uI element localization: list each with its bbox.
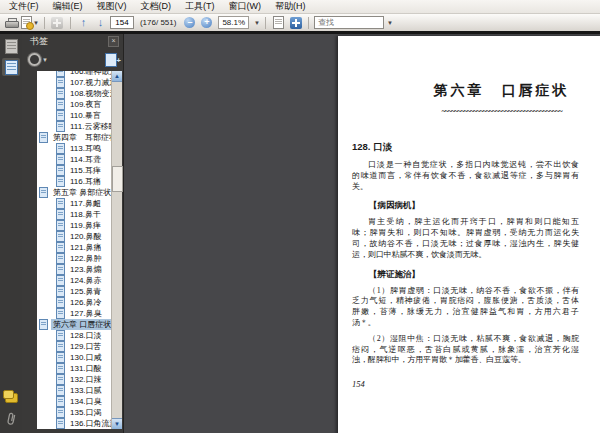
scroll-down-icon[interactable]: ▼ [112,418,122,429]
bookmark-item[interactable]: 128.口淡 [54,330,112,341]
bookmark-item[interactable]: 114.耳聋 [54,154,112,165]
bookmark-page-icon [56,418,65,429]
comments-panel-icon[interactable] [5,393,18,403]
bookmark-item[interactable]: 127.鼻臭 [54,308,112,319]
chevron-down-icon[interactable]: ▼ [254,20,260,26]
previous-page-button[interactable]: ↑ [76,15,91,30]
zoom-out-button[interactable]: – [182,15,197,30]
bookmark-item[interactable]: 108.视物变形 [54,88,112,99]
bookmark-item[interactable]: 125.鼻青 [54,286,112,297]
scrollbar-thumb[interactable] [112,166,123,192]
menu-edit[interactable]: 编辑(E) [46,0,90,13]
bookmark-label: 108.视物变形 [68,88,112,99]
bookmark-item[interactable]: 117.鼻衄 [54,198,112,209]
bookmark-item[interactable]: 121.鼻痛 [54,242,112,253]
bookmark-item[interactable]: 107.视力减退 [54,77,112,88]
bookmark-item[interactable]: 122.鼻肿 [54,253,112,264]
bookmark-page-icon [56,154,65,165]
bookmark-label: 117.鼻衄 [68,198,103,209]
paragraph: （1）脾胃虚弱：口淡无味，纳谷不香，食欲不振，伴有乏力气短，精神疲倦，胃脘痞闷，… [352,286,579,329]
text-line: 汤＊。 [352,318,579,329]
bookmark-page-icon [56,198,65,209]
menu-tools[interactable]: 工具(T) [178,0,222,13]
bookmark-item[interactable]: 126.鼻冷 [54,297,112,308]
bookmark-page-icon [56,396,65,407]
bookmark-label: 第六章 口唇症状 [51,319,112,330]
text-line: 胖嫩，苔薄，脉缓无力，治宜健脾益气和胃，方用六君子 [352,307,579,318]
bookmark-item[interactable]: 129.口苦 [54,341,112,352]
print-button[interactable] [4,15,19,30]
page-scroll-icon [273,16,284,29]
zoom-in-icon: + [201,17,212,28]
expand-current-bookmark-icon[interactable] [105,53,117,67]
text-line: 浊，醒脾和中，方用平胃散＊加藿香、白豆蔻等。 [352,355,579,366]
bookmark-item[interactable]: 115.耳痒 [54,165,112,176]
bookmark-item[interactable]: 132.口辣 [54,374,112,385]
bookmark-item[interactable]: 119.鼻痒 [54,220,112,231]
fullscreen-button[interactable] [288,15,303,30]
bookmark-item[interactable]: 109.夜盲 [54,99,112,110]
bookmark-item[interactable]: 124.鼻赤 [54,275,112,286]
export-document-icon [21,16,32,29]
menu-help[interactable]: 帮助(H) [268,0,313,13]
page-number-label: 154 [352,379,579,389]
close-icon[interactable]: × [108,36,119,47]
bookmark-item[interactable]: 130.口咸 [54,352,112,363]
bookmark-page-icon [56,308,65,319]
scrolling-mode-button[interactable] [271,15,286,30]
export-button[interactable]: ▼ [21,15,39,30]
page-count-label: (176/ 551) [140,18,176,27]
bookmark-scrollbar[interactable]: ▲ ▼ [111,71,122,429]
bookmark-item[interactable]: 111.云雾移睛 [54,121,112,132]
menu-document[interactable]: 文档(D) [134,0,179,13]
zoom-in-button[interactable]: + [199,15,214,30]
bookmark-page-icon [56,374,65,385]
bookmark-item[interactable]: 134.口臭 [54,396,112,407]
bookmark-page-icon [56,385,65,396]
bookmark-page-icon [56,209,65,220]
bookmark-item[interactable]: 133.口腻 [54,385,112,396]
bookmark-page-icon [56,352,65,363]
search-input[interactable] [314,16,384,29]
bookmark-item[interactable]: 118.鼻干 [54,209,112,220]
bookmark-item[interactable]: 135.口渴 [54,407,112,418]
attachments-paperclip-icon[interactable] [4,410,18,427]
scroll-up-icon[interactable]: ▲ [112,71,122,82]
bookmark-chapter[interactable]: -第五章 鼻部症状 [37,187,112,198]
bookmark-item[interactable]: 120.鼻酸 [54,231,112,242]
bookmark-label: 114.耳聋 [68,154,103,165]
bookmark-label: 110.暴盲 [68,110,103,121]
options-button[interactable]: ▼ [28,53,48,66]
bookmark-label: 119.鼻痒 [68,220,103,231]
zoom-out-icon: – [184,17,195,28]
bookmark-item[interactable]: 116.耳痛 [54,176,112,187]
menu-view[interactable]: 视图(V) [90,0,134,13]
bookmark-page-icon [56,165,65,176]
menu-window[interactable]: 窗口(W) [222,0,269,13]
pages-panel-icon[interactable] [5,39,18,54]
bookmark-item[interactable]: 131.口酸 [54,363,112,374]
bookmarks-panel-title: 书签 [30,35,48,48]
bookmark-page-icon [56,242,65,253]
bookmark-label: 115.耳痒 [68,165,103,176]
bookmark-item[interactable]: 123.鼻煽 [54,264,112,275]
chapter-title: 第六章 口唇症状 [352,82,579,100]
bookmark-item[interactable]: 110.暴盲 [54,110,112,121]
printer-icon [5,18,18,28]
next-page-button[interactable]: ↓ [93,15,108,30]
bookmark-label: 第四章 耳部症状 [51,132,112,143]
bookmarks-panel: 书签 × ▼ 106.瞳神散大107.视力减退108.视物变形109.夜盲110… [22,34,124,433]
navigation-icon-strip [0,34,22,433]
bookmark-page-icon [56,220,65,231]
bookmarks-panel-button[interactable] [2,58,20,76]
zoom-level-select[interactable]: 58.1% [218,16,249,29]
page-number-input[interactable] [110,16,134,29]
bookmark-item[interactable]: 136.口角流涎 [54,418,112,429]
bookmark-label: 128.口淡 [68,330,104,341]
bookmark-chapter[interactable]: -第四章 耳部症状 [37,132,112,143]
bookmark-chapter[interactable]: -第六章 口唇症状 [37,319,112,330]
bookmark-item[interactable]: 113.耳鸣 [54,143,112,154]
bookmark-page-icon [56,330,65,341]
chevron-down-icon[interactable]: ▼ [387,20,393,26]
menu-file[interactable]: 文件(F) [2,0,46,13]
